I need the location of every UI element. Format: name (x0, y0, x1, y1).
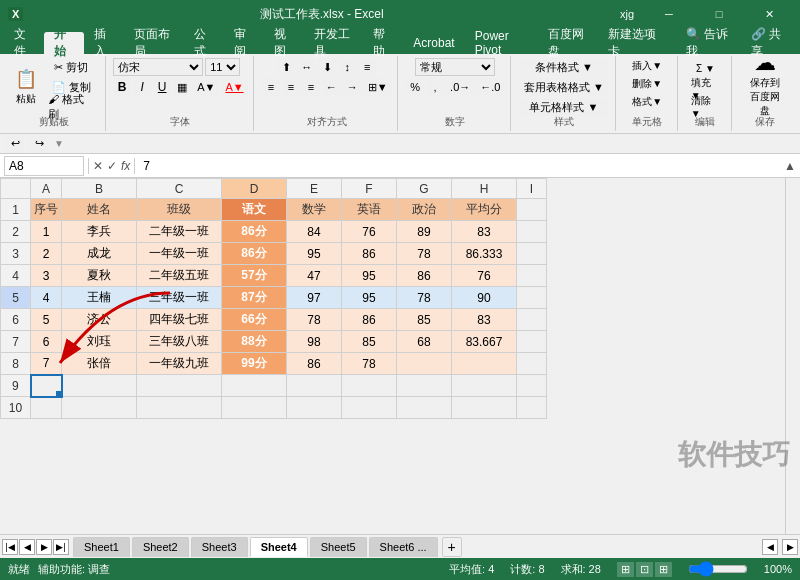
scroll-left-button[interactable]: ◀ (762, 539, 778, 555)
row-num-4[interactable]: 4 (1, 265, 31, 287)
cancel-formula-icon[interactable]: ✕ (93, 159, 103, 173)
cell-I8[interactable] (517, 353, 547, 375)
font-family-select[interactable]: 仿宋 (113, 58, 203, 76)
tab-newtab[interactable]: 新建选项卡 (598, 32, 668, 54)
row-num-7[interactable]: 7 (1, 331, 31, 353)
maximize-button[interactable]: □ (696, 0, 742, 28)
cell-E9[interactable] (287, 375, 342, 397)
align-top-button[interactable]: ⬆ (277, 58, 295, 76)
cell-D3[interactable]: 86分 (222, 243, 287, 265)
cell-C6[interactable]: 四年级七班 (137, 309, 222, 331)
sheet-nav-next[interactable]: ▶ (36, 539, 52, 555)
scroll-right-button[interactable]: ▶ (782, 539, 798, 555)
cut-button[interactable]: ✂ 剪切 (44, 58, 99, 76)
cell-D10[interactable] (222, 397, 287, 419)
bold-button[interactable]: B (113, 78, 131, 96)
col-header-D[interactable]: D (222, 179, 287, 199)
cell-F9[interactable] (342, 375, 397, 397)
tab-insert[interactable]: 插入 (84, 32, 124, 54)
tab-baidu[interactable]: 百度网盘 (538, 32, 598, 54)
italic-button[interactable]: I (133, 78, 151, 96)
cell-I5[interactable] (517, 287, 547, 309)
row-num-8[interactable]: 8 (1, 353, 31, 375)
increase-decimal-button[interactable]: .0→ (446, 78, 474, 96)
cell-B1[interactable]: 姓名 (62, 199, 137, 221)
insert-cell-button[interactable]: 插入▼ (627, 58, 667, 74)
cell-A2[interactable]: 1 (31, 221, 62, 243)
cell-G3[interactable]: 78 (397, 243, 452, 265)
undo-button[interactable]: ↩ (6, 135, 24, 153)
sheet-nav-last[interactable]: ▶| (53, 539, 69, 555)
comma-button[interactable]: , (426, 78, 444, 96)
col-header-A[interactable]: A (31, 179, 62, 199)
cell-H4[interactable]: 76 (452, 265, 517, 287)
table-format-button[interactable]: 套用表格格式 ▼ (519, 78, 609, 96)
cell-G4[interactable]: 86 (397, 265, 452, 287)
sheet-tab-sheet6[interactable]: Sheet6 ... (369, 537, 438, 557)
cell-E6[interactable]: 78 (287, 309, 342, 331)
row-num-5[interactable]: 5 (1, 287, 31, 309)
cell-F7[interactable]: 85 (342, 331, 397, 353)
col-header-I[interactable]: I (517, 179, 547, 199)
cell-A3[interactable]: 2 (31, 243, 62, 265)
cell-B7[interactable]: 刘珏 (62, 331, 137, 353)
cell-E2[interactable]: 84 (287, 221, 342, 243)
clear-button[interactable]: 清除▼ (686, 98, 726, 114)
cell-G1[interactable]: 政治 (397, 199, 452, 221)
cell-I10[interactable] (517, 397, 547, 419)
cell-C4[interactable]: 二年级五班 (137, 265, 222, 287)
tab-review[interactable]: 审阅 (224, 32, 264, 54)
row-num-6[interactable]: 6 (1, 309, 31, 331)
cell-B6[interactable]: 济公 (62, 309, 137, 331)
cell-H3[interactable]: 86.333 (452, 243, 517, 265)
cell-D5[interactable]: 87分 (222, 287, 287, 309)
percent-button[interactable]: % (406, 78, 424, 96)
cell-G2[interactable]: 89 (397, 221, 452, 243)
cell-I1[interactable] (517, 199, 547, 221)
cell-B2[interactable]: 李兵 (62, 221, 137, 243)
vertical-scrollbar[interactable] (785, 178, 800, 534)
cell-style-button[interactable]: 单元格样式 ▼ (519, 98, 609, 116)
text-direction-button[interactable]: ↕ (338, 58, 356, 76)
cell-B3[interactable]: 成龙 (62, 243, 137, 265)
cell-H8[interactable] (452, 353, 517, 375)
cell-D4[interactable]: 57分 (222, 265, 287, 287)
cell-C5[interactable]: 三年级一班 (137, 287, 222, 309)
align-bottom-button[interactable]: ⬇ (318, 58, 336, 76)
cell-A9-selected[interactable] (31, 375, 62, 397)
sheet-tab-sheet1[interactable]: Sheet1 (73, 537, 130, 557)
row-num-10[interactable]: 10 (1, 397, 31, 419)
cell-F2[interactable]: 76 (342, 221, 397, 243)
cell-H9[interactable] (452, 375, 517, 397)
sheet-nav-first[interactable]: |◀ (2, 539, 18, 555)
cell-C9[interactable] (137, 375, 222, 397)
font-size-select[interactable]: 11 (205, 58, 240, 76)
cell-C2[interactable]: 二年级一班 (137, 221, 222, 243)
border-button[interactable]: ▦ (173, 78, 191, 96)
cell-A10[interactable] (31, 397, 62, 419)
col-header-B[interactable]: B (62, 179, 137, 199)
cell-I4[interactable] (517, 265, 547, 287)
align-right-button[interactable]: ≡ (302, 78, 320, 96)
tab-formula[interactable]: 公式 (184, 32, 224, 54)
cell-E4[interactable]: 47 (287, 265, 342, 287)
conditional-format-button[interactable]: 条件格式 ▼ (519, 58, 609, 76)
tab-developer[interactable]: 开发工具 (304, 32, 364, 54)
cell-E8[interactable]: 86 (287, 353, 342, 375)
zoom-slider[interactable] (688, 563, 748, 575)
cell-C7[interactable]: 三年级八班 (137, 331, 222, 353)
cell-D7[interactable]: 88分 (222, 331, 287, 353)
paste-button[interactable]: 📋 粘贴 (10, 61, 42, 113)
format-cell-button[interactable]: 格式▼ (627, 94, 667, 110)
cell-C3[interactable]: 一年级一班 (137, 243, 222, 265)
cell-E10[interactable] (287, 397, 342, 419)
cell-A7[interactable]: 6 (31, 331, 62, 353)
cell-F6[interactable]: 86 (342, 309, 397, 331)
align-middle-button[interactable]: ↔ (297, 58, 316, 76)
cell-D8[interactable]: 99分 (222, 353, 287, 375)
cell-G7[interactable]: 68 (397, 331, 452, 353)
cell-D9[interactable] (222, 375, 287, 397)
fill-color-button[interactable]: A▼ (193, 78, 219, 96)
col-header-H[interactable]: H (452, 179, 517, 199)
expand-formula-bar-button[interactable]: ▲ (784, 159, 796, 173)
